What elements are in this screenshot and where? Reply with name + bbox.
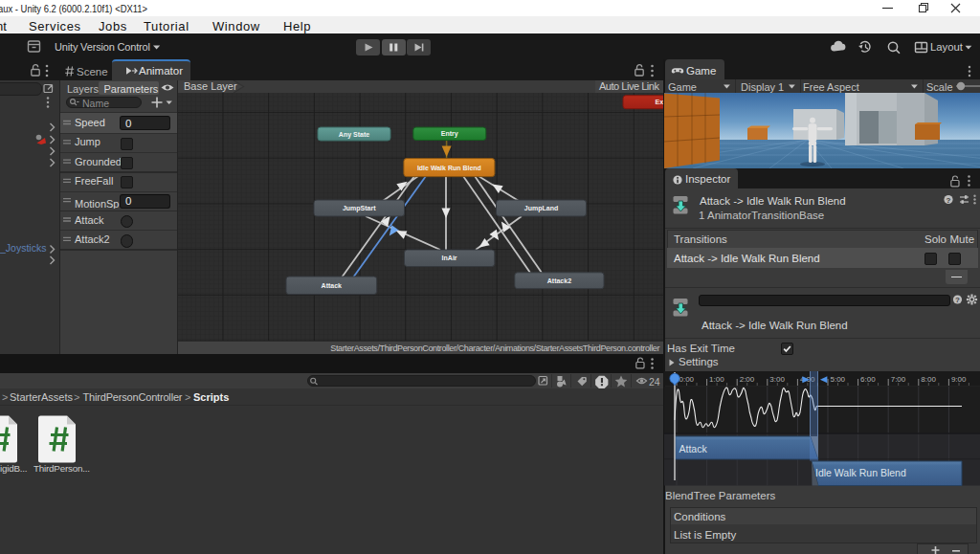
svg-text:Attack: Attack xyxy=(679,443,708,454)
svg-text:7:00: 7:00 xyxy=(891,375,906,384)
svg-text:Idle Walk Run Blend: Idle Walk Run Blend xyxy=(417,165,481,171)
svg-text:Scene: Scene xyxy=(77,66,108,78)
svg-text:0:00: 0:00 xyxy=(679,375,695,384)
svg-text:Attack: Attack xyxy=(322,282,343,289)
svg-text:5:00: 5:00 xyxy=(831,375,846,384)
svg-text:Animator: Animator xyxy=(139,65,183,77)
svg-text:JumpStart: JumpStart xyxy=(343,205,376,212)
svg-text:Exit: Exit xyxy=(656,99,663,105)
svg-text:3:00: 3:00 xyxy=(769,375,785,384)
svg-text:?: ? xyxy=(955,296,960,304)
svg-text:Game: Game xyxy=(686,65,716,77)
svg-text:Layout: Layout xyxy=(930,41,964,53)
svg-text:2:00: 2:00 xyxy=(740,375,755,384)
svg-text:Base Layer: Base Layer xyxy=(184,80,237,92)
svg-text:9:00: 9:00 xyxy=(951,375,967,384)
svg-text:Idle Walk Run Blend: Idle Walk Run Blend xyxy=(815,467,906,478)
svg-text:_Joysticks: _Joysticks xyxy=(0,242,46,254)
svg-text:Attack2: Attack2 xyxy=(547,277,571,284)
svg-text:24: 24 xyxy=(649,376,660,388)
svg-text:Auto Live Link: Auto Live Link xyxy=(599,80,660,92)
svg-text:Entry: Entry xyxy=(441,130,458,138)
svg-text:1:00: 1:00 xyxy=(709,375,724,384)
svg-text:?: ? xyxy=(947,196,951,205)
svg-text:8:00: 8:00 xyxy=(921,375,936,384)
svg-text:Unity Version Control: Unity Version Control xyxy=(55,41,150,53)
svg-text:6:00: 6:00 xyxy=(860,375,876,384)
svg-text:InAir: InAir xyxy=(442,255,457,261)
svg-text:JumpLand: JumpLand xyxy=(524,205,558,212)
svg-text:Any State: Any State xyxy=(339,131,369,139)
